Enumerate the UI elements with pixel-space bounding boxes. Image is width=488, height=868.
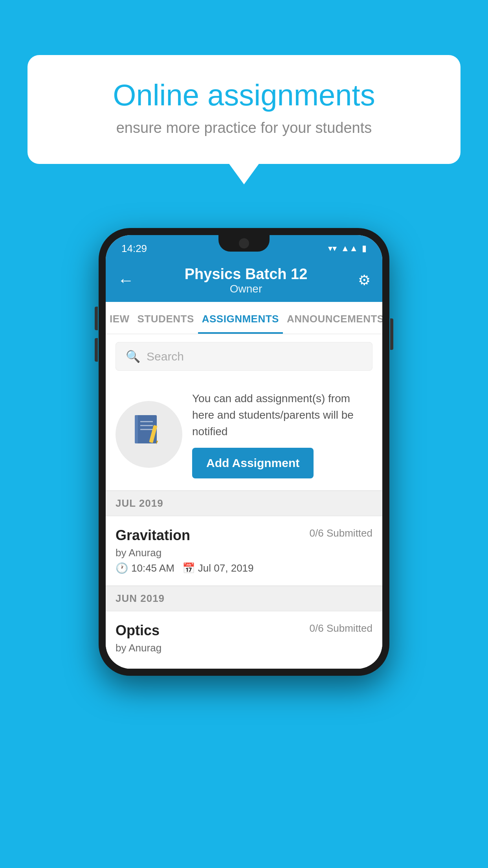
back-button[interactable]: ←: [117, 271, 134, 290]
promo-icon-circle: [116, 401, 182, 468]
search-placeholder: Search: [147, 350, 184, 363]
assignment-submitted-gravitation: 0/6 Submitted: [310, 527, 372, 539]
assignment-name-optics: Optics: [116, 622, 160, 639]
promo-text: You can add assignment(s) from here and …: [192, 390, 372, 440]
search-icon: 🔍: [126, 349, 140, 363]
svg-rect-4: [135, 415, 138, 443]
speech-bubble: Online assignments ensure more practice …: [28, 55, 460, 164]
svg-rect-1: [140, 421, 153, 422]
add-assignment-button[interactable]: Add Assignment: [192, 448, 314, 478]
assignment-item-optics[interactable]: Optics 0/6 Submitted by Anurag: [106, 611, 382, 669]
assignment-by-gravitation: by Anurag: [116, 547, 372, 559]
notebook-icon: [133, 413, 165, 456]
tabs-container: IEW STUDENTS ASSIGNMENTS ANNOUNCEMENTS: [106, 302, 382, 334]
volume-down-button: [95, 338, 98, 362]
wifi-icon: ▾▾: [328, 243, 337, 254]
section-header-text-jul: JUL 2019: [116, 497, 163, 509]
assignment-submitted-optics: 0/6 Submitted: [310, 622, 372, 634]
clock-icon: 🕐: [116, 562, 128, 574]
svg-rect-2: [140, 425, 153, 426]
tab-students[interactable]: STUDENTS: [134, 302, 198, 334]
app-bar-subtitle: Owner: [185, 283, 308, 295]
app-bar-center: Physics Batch 12 Owner: [185, 266, 308, 295]
assignment-name-gravitation: Gravitation: [116, 527, 190, 544]
search-bar-container: 🔍 Search: [106, 334, 382, 379]
calendar-icon: 📅: [182, 562, 195, 574]
phone-notch: [218, 235, 270, 252]
section-header-jul-2019: JUL 2019: [106, 491, 382, 516]
assignment-item-gravitation[interactable]: Gravitation 0/6 Submitted by Anurag 🕐 10…: [106, 516, 382, 586]
search-bar[interactable]: 🔍 Search: [116, 342, 372, 371]
app-bar: ← Physics Batch 12 Owner ⚙: [106, 259, 382, 302]
speech-bubble-title: Online assignments: [55, 79, 433, 112]
status-icons: ▾▾ ▲▲ ▮: [328, 243, 367, 254]
assignment-top-row-optics: Optics 0/6 Submitted: [116, 622, 372, 639]
promo-content: You can add assignment(s) from here and …: [192, 390, 372, 478]
volume-up-button: [95, 307, 98, 330]
phone-outer: 14:29 ▾▾ ▲▲ ▮ ← Physics Batch 12 Owner ⚙: [99, 228, 389, 676]
phone-screen: 14:29 ▾▾ ▲▲ ▮ ← Physics Batch 12 Owner ⚙: [106, 235, 382, 669]
assignment-top-row: Gravitation 0/6 Submitted: [116, 527, 372, 544]
status-time: 14:29: [121, 243, 147, 255]
tab-announcements[interactable]: ANNOUNCEMENTS: [283, 302, 382, 334]
phone-container: 14:29 ▾▾ ▲▲ ▮ ← Physics Batch 12 Owner ⚙: [99, 228, 389, 676]
tab-iew[interactable]: IEW: [106, 302, 134, 334]
section-header-jun-2019: JUN 2019: [106, 586, 382, 611]
speech-bubble-container: Online assignments ensure more practice …: [28, 55, 460, 164]
section-header-text-jun: JUN 2019: [116, 592, 165, 604]
svg-rect-3: [140, 429, 153, 430]
speech-bubble-subtitle: ensure more practice for your students: [55, 120, 433, 136]
settings-button[interactable]: ⚙: [358, 272, 371, 289]
assignment-promo: You can add assignment(s) from here and …: [106, 379, 382, 491]
battery-icon: ▮: [362, 243, 367, 254]
phone-camera: [239, 238, 249, 248]
tab-assignments[interactable]: ASSIGNMENTS: [198, 302, 283, 334]
power-button: [390, 318, 393, 350]
app-bar-title: Physics Batch 12: [185, 266, 308, 283]
signal-icon: ▲▲: [341, 243, 358, 254]
assignment-time-gravitation: 🕐 10:45 AM: [116, 562, 174, 574]
assignment-date-gravitation: 📅 Jul 07, 2019: [182, 562, 254, 574]
assignment-meta-gravitation: 🕐 10:45 AM 📅 Jul 07, 2019: [116, 562, 372, 574]
assignment-by-optics: by Anurag: [116, 642, 372, 654]
